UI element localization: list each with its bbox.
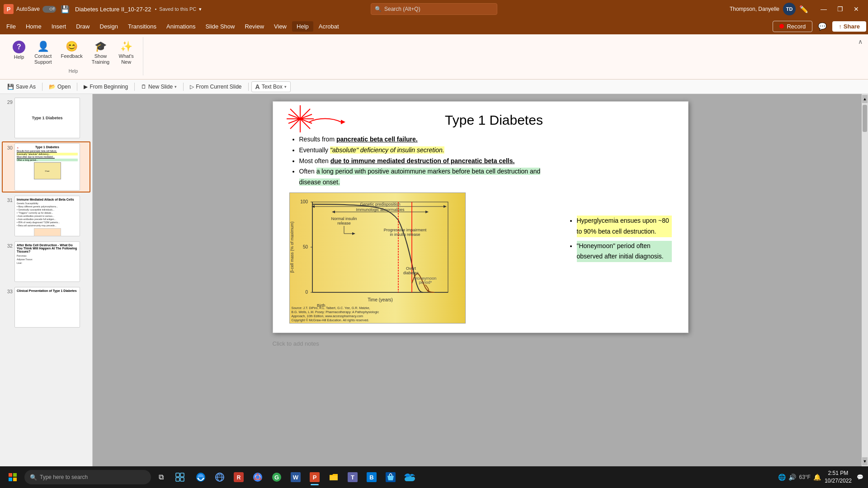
qa-sep3: [134, 83, 135, 91]
taskbar-app-teams[interactable]: T: [344, 468, 362, 486]
restore-btn[interactable]: ❐: [832, 3, 848, 15]
minimize-btn[interactable]: —: [816, 3, 832, 15]
slide-img-30: Type 1 Diabetes ✳ Results from pancreati…: [14, 143, 80, 191]
menu-item-animations[interactable]: Animations: [162, 21, 200, 32]
from-beginning-icon: ▶: [84, 84, 88, 90]
quick-access-toolbar: 💾 Save As 📂 Open ▶ From Beginning 🗒 New …: [0, 80, 868, 94]
new-slide-btn[interactable]: 🗒 New Slide ▾: [137, 82, 180, 91]
svg-text:Progressive impairment: Progressive impairment: [383, 228, 426, 232]
widgets-btn[interactable]: [171, 468, 189, 486]
svg-text:diabetes: diabetes: [403, 271, 419, 275]
slide-thumb-29[interactable]: 29 Type 1 Diabetes: [2, 96, 90, 140]
taskbar-app-chrome[interactable]: [249, 468, 267, 486]
feedback-label: Feedback: [61, 53, 83, 59]
slide-right-bullets: Hyperglycemia ensues upon ~80 to 90% bet…: [568, 216, 672, 262]
taskbar-app-powerpoint[interactable]: P: [306, 468, 324, 486]
menu-item-review[interactable]: Review: [240, 21, 269, 32]
right-bullet-1: Hyperglycemia ensues upon ~80 to 90% bet…: [577, 216, 672, 237]
taskbar-app-onedrive[interactable]: [401, 468, 419, 486]
ribbon-show-training-btn[interactable]: 🎓 ShowTraining: [88, 39, 113, 67]
from-beginning-btn[interactable]: ▶ From Beginning: [80, 82, 132, 91]
slide-thumb-33[interactable]: 33 Clinical Presentation of Type 1 Diabe…: [2, 285, 90, 329]
open-btn[interactable]: 📂 Open: [45, 82, 74, 91]
weather-temp[interactable]: 63°F: [799, 474, 810, 480]
scroll-up-btn[interactable]: ▲: [862, 95, 868, 103]
clock[interactable]: 2:51 PM 10/27/2022: [825, 469, 852, 485]
from-current-btn[interactable]: ▷ From Current Slide: [186, 82, 245, 91]
svg-rect-56: [176, 473, 179, 477]
slide-thumb-32[interactable]: 32 After Beta Cell Destruction - What Do…: [2, 239, 90, 284]
text-box-dropdown-icon[interactable]: ▾: [284, 84, 287, 89]
right-scrollbar[interactable]: ▲ ▼: [862, 94, 868, 466]
bullet-3: Most often due to immune mediated destru…: [299, 156, 561, 167]
title-bar: P AutoSave Off 💾 Diabetes Lecture II_10-…: [0, 0, 868, 18]
save-icon-btn[interactable]: 💾: [61, 5, 70, 14]
slide-thumb-30[interactable]: 30 Type 1 Diabetes ✳ Results from pancre…: [2, 141, 90, 192]
start-button[interactable]: [4, 468, 22, 486]
menu-item-design[interactable]: Design: [95, 21, 123, 32]
star-annotation: [287, 105, 314, 136]
ribbon-whats-new-btn[interactable]: ✨ What'sNew: [115, 39, 137, 67]
save-as-btn[interactable]: 💾 Save As: [4, 82, 39, 91]
slide-thumb-31[interactable]: 31 Immune Mediated Attack of Beta Cells …: [2, 194, 90, 238]
speaker-icon[interactable]: 🔊: [788, 474, 796, 481]
taskbar-app-word[interactable]: W: [287, 468, 305, 486]
svg-text:P: P: [313, 474, 317, 481]
svg-text:period*: period*: [419, 280, 432, 285]
taskbar-app-explorer[interactable]: [325, 468, 343, 486]
svg-rect-58: [176, 478, 179, 481]
menu-item-home[interactable]: Home: [21, 21, 46, 32]
notification-icon[interactable]: 🔔: [813, 474, 821, 481]
scroll-thumb[interactable]: [863, 105, 867, 132]
training-icon: 🎓: [94, 41, 107, 52]
menu-item-acrobat[interactable]: Acrobat: [314, 21, 344, 32]
ribbon-contact-btn[interactable]: 👤 ContactSupport: [31, 39, 56, 67]
slide-img-33: Clinical Presentation of Type 1 Diabetes: [14, 287, 80, 328]
dropdown-arrow[interactable]: ▾: [199, 6, 202, 12]
ribbon-collapse-btn[interactable]: ∧: [858, 38, 863, 45]
svg-text:Normal insulin: Normal insulin: [331, 216, 357, 221]
menu-item-file[interactable]: File: [2, 21, 20, 32]
search-placeholder: Search (Alt+Q): [384, 6, 420, 12]
pen-icon[interactable]: ✏️: [799, 5, 808, 14]
share-icon: ↑: [839, 23, 842, 30]
notes-area[interactable]: Click to add notes: [273, 337, 689, 351]
share-button[interactable]: ↑ Share: [832, 21, 866, 32]
notification-center-btn[interactable]: 💬: [855, 468, 864, 486]
taskbar-app-g[interactable]: G: [268, 468, 286, 486]
svg-text:0: 0: [305, 290, 308, 295]
svg-text:B: B: [369, 474, 373, 481]
taskbar-search[interactable]: 🔍 Type here to search: [24, 470, 151, 484]
svg-text:e: e: [219, 473, 221, 477]
right-bullet-2: "Honeymoon" period often observed after …: [577, 241, 672, 263]
slide-canvas[interactable]: Type 1 Diabetes Results from pancreatic …: [273, 101, 689, 333]
text-box-btn[interactable]: A Text Box ▾: [251, 81, 291, 92]
menu-item-slideshow[interactable]: Slide Show: [201, 21, 239, 32]
menu-item-draw[interactable]: Draw: [71, 21, 94, 32]
taskbar-app-store[interactable]: [382, 468, 400, 486]
taskbar-app-blue[interactable]: B: [363, 468, 381, 486]
taskbar-app-unknown[interactable]: R: [230, 468, 248, 486]
slide-img-29: Type 1 Diabetes: [14, 98, 80, 138]
record-button[interactable]: Record: [773, 21, 812, 32]
menu-item-view[interactable]: View: [269, 21, 291, 32]
comment-button[interactable]: 💬: [814, 20, 830, 33]
close-btn[interactable]: ✕: [848, 3, 864, 15]
taskbar-app-edge[interactable]: [192, 468, 210, 486]
ribbon-help-btn[interactable]: ? Help: [9, 39, 29, 61]
network-icon[interactable]: 🌐: [778, 474, 786, 481]
taskbar-app-ie[interactable]: e: [211, 468, 229, 486]
search-box[interactable]: 🔍 Search (Alt+Q): [371, 3, 497, 15]
scroll-down-btn[interactable]: ▼: [862, 457, 868, 465]
menu-item-insert[interactable]: Insert: [47, 21, 71, 32]
svg-rect-7: [290, 193, 466, 324]
menu-item-help[interactable]: Help: [292, 21, 313, 32]
menu-item-transitions[interactable]: Transitions: [123, 21, 161, 32]
contact-label: ContactSupport: [34, 53, 52, 65]
autosave-toggle[interactable]: Off: [42, 6, 56, 13]
ribbon-feedback-btn[interactable]: 😊 Feedback: [57, 39, 86, 61]
save-as-icon: 💾: [7, 84, 14, 90]
new-slide-dropdown-icon[interactable]: ▾: [175, 84, 177, 89]
user-avatar[interactable]: TD: [783, 3, 796, 15]
task-view-btn[interactable]: ⧉: [152, 468, 170, 486]
